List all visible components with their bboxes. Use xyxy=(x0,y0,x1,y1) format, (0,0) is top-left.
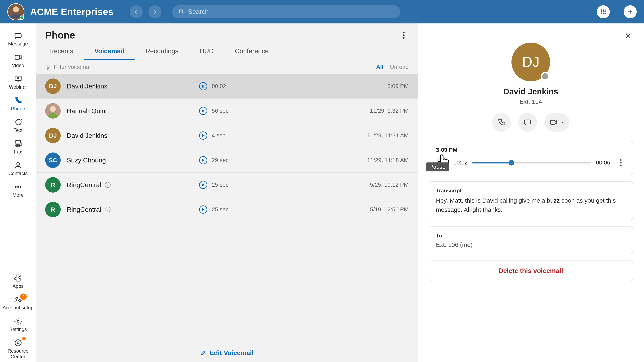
call-button[interactable] xyxy=(492,113,511,132)
search-input[interactable] xyxy=(188,8,394,16)
filter-unread[interactable]: Unread xyxy=(390,64,409,70)
nav-forward-button[interactable] xyxy=(148,5,162,18)
tab-conference[interactable]: Conference xyxy=(224,43,279,60)
sidebar-item-settings[interactable]: Settings xyxy=(0,314,36,335)
video-call-button[interactable] xyxy=(544,113,570,132)
kebab-icon xyxy=(620,159,622,166)
svg-marker-46 xyxy=(202,208,204,211)
voicemail-row[interactable]: RRingCentrali25 sec5/25, 10:12 PM xyxy=(36,173,418,197)
message-icon xyxy=(524,118,532,126)
svg-point-33 xyxy=(17,342,19,344)
voicemail-sender: RingCentral xyxy=(67,206,101,213)
svg-rect-22 xyxy=(16,141,20,143)
player-card: 3:09 PM 00:02 00:06 Pause xyxy=(428,141,633,175)
filter-all[interactable]: All xyxy=(376,64,384,70)
nav-back-button[interactable] xyxy=(130,5,143,18)
sidebar-item-webinar[interactable]: Webinar xyxy=(0,72,36,92)
chevron-down-icon xyxy=(560,120,564,124)
voicemail-row[interactable]: SCSuzy Choung29 sec11/29, 11:18 AM xyxy=(36,148,418,173)
filter-voicemail-button[interactable]: Filter voicemail xyxy=(45,64,92,70)
sidebar-item-message[interactable]: Message xyxy=(0,28,36,49)
tab-voicemail[interactable]: Voicemail xyxy=(84,43,135,60)
voicemail-row[interactable]: DJDavid Jenkins4 sec11/29, 11:31 AM xyxy=(36,123,418,148)
player-track[interactable] xyxy=(472,162,592,163)
pause-button[interactable] xyxy=(436,156,449,169)
company-name: ACME Enterprises xyxy=(30,6,114,17)
current-user-avatar[interactable] xyxy=(7,3,24,20)
voicemail-sender: RingCentral xyxy=(67,181,101,189)
to-value: Ext. 106 (me) xyxy=(436,241,626,248)
svg-point-11 xyxy=(603,13,604,14)
voicemail-duration: 00:02 xyxy=(212,83,226,89)
svg-rect-16 xyxy=(15,55,20,59)
svg-point-30 xyxy=(19,300,21,302)
svg-point-57 xyxy=(620,164,622,166)
dialpad-button[interactable] xyxy=(597,5,610,18)
phone-options-button[interactable] xyxy=(399,30,409,40)
sidebar-item-resource-center[interactable]: Resource Center xyxy=(0,335,36,362)
play-icon-button[interactable] xyxy=(199,181,207,189)
voicemail-sender: Suzy Choung xyxy=(67,156,106,164)
contacts-icon xyxy=(14,161,22,170)
svg-rect-54 xyxy=(443,161,444,165)
sidebar-item-account-setup[interactable]: 2 Account setup xyxy=(0,292,36,313)
info-icon[interactable]: i xyxy=(105,182,110,188)
info-icon[interactable]: i xyxy=(105,207,110,212)
player-options-button[interactable] xyxy=(616,158,626,167)
play-icon-button[interactable] xyxy=(199,206,207,214)
search-icon xyxy=(178,9,184,15)
voicemail-row[interactable]: RRingCentrali25 sec5/19, 12:56 PM xyxy=(36,197,418,222)
play-icon-button[interactable] xyxy=(199,131,207,140)
svg-point-35 xyxy=(403,35,404,36)
sidebar: Message Video Webinar Phone Text Fax Con… xyxy=(0,24,36,362)
tab-hud[interactable]: HUD xyxy=(189,43,224,60)
svg-point-55 xyxy=(620,159,622,161)
sidebar-item-text[interactable]: Text xyxy=(0,115,36,135)
sidebar-item-fax[interactable]: Fax xyxy=(0,136,36,157)
svg-rect-50 xyxy=(550,120,555,124)
svg-point-31 xyxy=(17,320,19,322)
svg-point-29 xyxy=(16,297,18,299)
pause-icon-button[interactable] xyxy=(199,82,207,90)
sidebar-item-more[interactable]: More xyxy=(0,179,36,200)
contact-extension: Ext. 114 xyxy=(520,98,542,105)
player-thumb[interactable] xyxy=(508,160,514,165)
edit-voicemail-button[interactable]: Edit Voicemail xyxy=(36,344,418,362)
sidebar-item-contacts[interactable]: Contacts xyxy=(0,158,36,179)
delete-voicemail-button[interactable]: Delete this voicemail xyxy=(428,261,633,281)
voicemail-row[interactable]: Hannah Quinn56 sec11/29, 1:32 PM xyxy=(36,99,418,123)
phone-icon xyxy=(14,96,22,105)
play-icon-button[interactable] xyxy=(199,156,207,164)
message-icon xyxy=(14,31,22,40)
sidebar-item-phone[interactable]: Phone xyxy=(0,93,36,114)
voicemail-duration: 25 sec xyxy=(212,206,229,213)
video-icon xyxy=(14,53,22,62)
play-icon-button[interactable] xyxy=(199,107,207,115)
svg-point-32 xyxy=(15,340,21,346)
webinar-icon xyxy=(14,74,22,83)
transcript-text: Hey, Matt, this is David calling give me… xyxy=(436,196,626,214)
avatar: R xyxy=(45,177,61,193)
fax-icon xyxy=(14,139,22,148)
to-card: To Ext. 106 (me) xyxy=(428,227,633,254)
svg-point-27 xyxy=(17,186,19,188)
message-button[interactable] xyxy=(518,113,537,132)
voicemail-list: DJDavid Jenkins00:023:09 PMHannah Quinn5… xyxy=(36,74,418,344)
presence-indicator xyxy=(20,16,24,20)
player-duration: 00:06 xyxy=(596,159,610,166)
player-position: 00:02 xyxy=(454,159,468,166)
sidebar-item-apps[interactable]: Apps xyxy=(0,271,36,291)
voicemail-time: 11/29, 1:32 PM xyxy=(282,108,409,114)
filter-icon xyxy=(45,64,51,70)
tab-recordings[interactable]: Recordings xyxy=(135,43,189,60)
close-detail-button[interactable] xyxy=(623,31,633,41)
new-action-button[interactable] xyxy=(624,5,637,18)
voicemail-time: 11/29, 11:18 AM xyxy=(282,157,409,163)
voicemail-row[interactable]: DJDavid Jenkins00:023:09 PM xyxy=(36,74,418,99)
top-bar: ACME Enterprises xyxy=(0,0,644,24)
tab-recents[interactable]: Recents xyxy=(39,43,84,60)
voicemail-timestamp: 3:09 PM xyxy=(436,147,626,153)
search-box[interactable] xyxy=(172,5,400,18)
dialpad-icon xyxy=(600,9,606,15)
sidebar-item-video[interactable]: Video xyxy=(0,50,36,71)
